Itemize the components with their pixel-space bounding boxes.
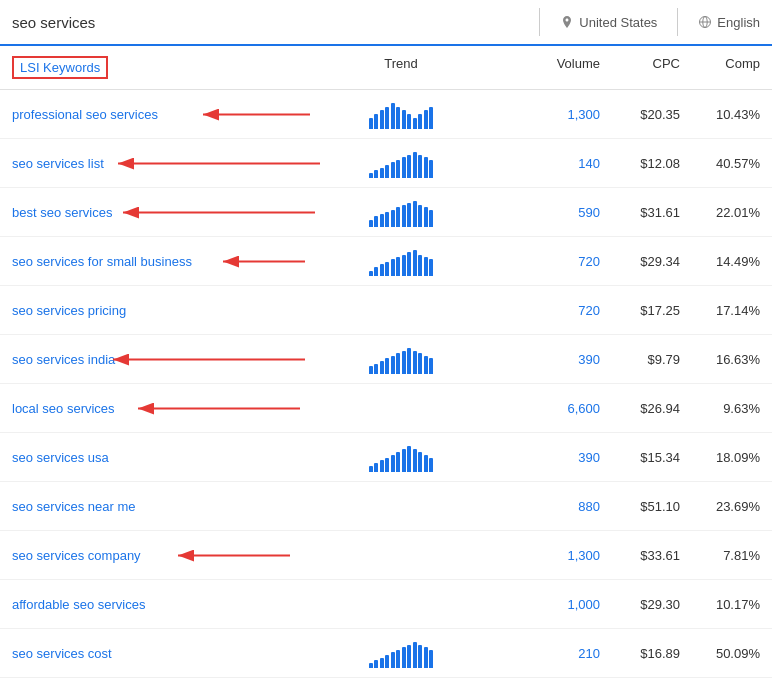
- table-row: local seo services6,600$26.949.63%: [0, 384, 772, 433]
- comp-cell: 10.43%: [680, 107, 760, 122]
- trend-bar: [402, 255, 406, 276]
- keyword-cell[interactable]: best seo services: [12, 205, 292, 220]
- volume-cell: 390: [510, 450, 600, 465]
- trend-bar: [396, 650, 400, 668]
- app-container: United States English LSI Keywords Trend…: [0, 0, 772, 685]
- trend-bar: [413, 449, 417, 472]
- col-header-volume: Volume: [510, 56, 600, 79]
- trend-bar: [413, 351, 417, 374]
- col-header-trend: Trend: [292, 56, 510, 79]
- trend-cell: [292, 197, 510, 227]
- volume-cell: 1,000: [510, 597, 600, 612]
- trend-bar: [407, 446, 411, 472]
- trend-bar: [429, 259, 433, 276]
- trend-bar: [418, 155, 422, 178]
- trend-bar: [424, 257, 428, 276]
- table-row: seo services usa390$15.3418.09%: [0, 433, 772, 482]
- trend-bar: [424, 455, 428, 472]
- trend-bar: [402, 449, 406, 472]
- trend-bar: [385, 212, 389, 227]
- comp-cell: 50.09%: [680, 646, 760, 661]
- trend-bar: [407, 252, 411, 276]
- divider-2: [677, 8, 678, 36]
- trend-bar: [385, 262, 389, 276]
- language-selector[interactable]: English: [698, 15, 760, 30]
- trend-bar: [418, 353, 422, 374]
- comp-cell: 7.81%: [680, 548, 760, 563]
- volume-cell: 210: [510, 646, 600, 661]
- volume-cell: 390: [510, 352, 600, 367]
- keyword-cell[interactable]: seo services company: [12, 548, 292, 563]
- comp-cell: 40.57%: [680, 156, 760, 171]
- language-icon: [698, 15, 712, 29]
- trend-bar: [402, 205, 406, 227]
- trend-bar: [385, 107, 389, 129]
- cpc-cell: $16.89: [600, 646, 680, 661]
- keyword-cell[interactable]: seo services pricing: [12, 303, 292, 318]
- trend-bar: [402, 157, 406, 178]
- trend-bar: [369, 173, 373, 178]
- volume-cell: 1,300: [510, 107, 600, 122]
- volume-cell: 140: [510, 156, 600, 171]
- cpc-cell: $26.94: [600, 401, 680, 416]
- cpc-cell: $12.08: [600, 156, 680, 171]
- cpc-cell: $15.34: [600, 450, 680, 465]
- volume-cell: 880: [510, 499, 600, 514]
- trend-bar: [380, 460, 384, 472]
- header: United States English: [0, 0, 772, 46]
- table-row: best seo services590$31.6122.01%: [0, 188, 772, 237]
- trend-bar: [385, 458, 389, 472]
- trend-bar: [407, 155, 411, 178]
- trend-bar: [429, 160, 433, 178]
- cpc-cell: $33.61: [600, 548, 680, 563]
- comp-cell: 23.69%: [680, 499, 760, 514]
- volume-cell: 720: [510, 254, 600, 269]
- keyword-cell[interactable]: affordable seo services: [12, 597, 292, 612]
- trend-bar: [380, 361, 384, 374]
- trend-bar: [380, 110, 384, 129]
- location-icon: [560, 15, 574, 29]
- trend-bar: [429, 210, 433, 227]
- trend-bar: [396, 160, 400, 178]
- trend-bar: [374, 463, 378, 472]
- trend-bar: [380, 168, 384, 178]
- trend-bar: [413, 152, 417, 178]
- keyword-cell[interactable]: seo services near me: [12, 499, 292, 514]
- language-label: English: [717, 15, 760, 30]
- trend-bar: [369, 366, 373, 374]
- trend-cell: [292, 344, 510, 374]
- keyword-cell[interactable]: seo services list: [12, 156, 292, 171]
- cpc-cell: $31.61: [600, 205, 680, 220]
- trend-bar: [424, 157, 428, 178]
- trend-bar: [407, 203, 411, 227]
- trend-bar: [418, 452, 422, 472]
- location-selector[interactable]: United States: [560, 15, 657, 30]
- comp-cell: 9.63%: [680, 401, 760, 416]
- trend-bar: [424, 110, 428, 129]
- trend-bar: [396, 353, 400, 374]
- keyword-cell[interactable]: seo services usa: [12, 450, 292, 465]
- trend-bar: [402, 351, 406, 374]
- trend-bar: [374, 267, 378, 276]
- trend-bar: [413, 118, 417, 129]
- trend-cell: [292, 589, 510, 619]
- trend-bar: [429, 107, 433, 129]
- search-input[interactable]: [12, 14, 519, 31]
- trend-bar: [374, 660, 378, 668]
- table-row: affordable seo services1,000$29.3010.17%: [0, 580, 772, 629]
- trend-bar: [424, 647, 428, 668]
- trend-bar: [407, 114, 411, 129]
- keyword-cell[interactable]: seo services for small business: [12, 254, 292, 269]
- trend-bar: [380, 658, 384, 668]
- volume-cell: 720: [510, 303, 600, 318]
- trend-bar: [429, 358, 433, 374]
- keyword-cell[interactable]: seo services cost: [12, 646, 292, 661]
- trend-cell: [292, 491, 510, 521]
- trend-bar: [396, 207, 400, 227]
- trend-bar: [369, 466, 373, 472]
- keyword-cell[interactable]: local seo services: [12, 401, 292, 416]
- col-header-comp: Comp: [680, 56, 760, 79]
- table-row: seo services company1,300$33.617.81%: [0, 531, 772, 580]
- keyword-cell[interactable]: professional seo services: [12, 107, 292, 122]
- keyword-cell[interactable]: seo services india: [12, 352, 292, 367]
